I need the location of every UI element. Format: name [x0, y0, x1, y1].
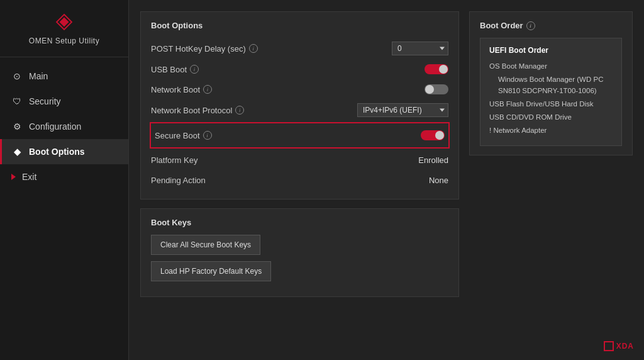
secure-boot-highlight: Secure Boot i	[150, 122, 450, 149]
post-hotkey-info-icon[interactable]: i	[249, 44, 258, 53]
sidebar-item-security[interactable]: 🛡 Security	[0, 89, 128, 114]
shield-icon: 🛡	[11, 96, 23, 106]
xda-box-icon	[604, 341, 614, 351]
sidebar: OMEN Setup Utility ⊙ Main 🛡 Security ⚙ C…	[0, 0, 129, 360]
sidebar-item-label-boot-options: Boot Options	[29, 147, 85, 157]
boot-keys-title: Boot Keys	[151, 218, 448, 227]
sidebar-item-configuration[interactable]: ⚙ Configuration	[0, 114, 128, 139]
usb-boot-toggle[interactable]	[425, 64, 448, 74]
usb-boot-info-icon[interactable]: i	[190, 65, 199, 74]
sidebar-item-label-main: Main	[29, 71, 48, 81]
left-panels: Boot Options POST HotKey Delay (sec) i 0…	[140, 11, 459, 349]
sidebar-title: OMEN Setup Utility	[29, 37, 99, 45]
secure-boot-toggle[interactable]	[421, 130, 445, 140]
boot-list-item-windows: Windows Boot Manager (WD PC SN810 SDCPNR…	[489, 73, 613, 98]
sidebar-item-label-configuration: Configuration	[29, 121, 81, 132]
xda-label: XDA	[616, 342, 634, 351]
secure-boot-info-icon[interactable]: i	[203, 131, 212, 140]
boot-order-panel: Boot Order i UEFI Boot Order OS Boot Man…	[469, 11, 633, 155]
arrow-right-icon	[11, 174, 16, 180]
clear-keys-button[interactable]: Clear All Secure Boot Keys	[151, 235, 260, 255]
row-usb-boot: USB Boot i	[151, 59, 448, 79]
network-boot-label: Network Boot	[151, 85, 200, 94]
boot-keys-panel: Boot Keys Clear All Secure Boot Keys Loa…	[140, 208, 459, 297]
row-network-boot-protocol: Network Boot Protocol i IPv4+IPv6 (UEFI)…	[151, 99, 448, 121]
row-secure-boot: Secure Boot i	[155, 125, 445, 145]
row-platform-key: Platform Key Enrolled	[151, 150, 448, 170]
sidebar-item-label-security: Security	[29, 96, 61, 106]
boot-options-title: Boot Options	[151, 21, 448, 30]
gear-icon: ⚙	[11, 121, 23, 132]
post-hotkey-dropdown-wrapper: 0 5 10 15 20	[392, 42, 448, 55]
boot-list-item-os-boot: OS Boot Manager	[489, 60, 613, 73]
pending-action-label: Pending Action	[151, 176, 206, 185]
omen-logo-icon	[55, 13, 74, 31]
row-network-boot: Network Boot i	[151, 79, 448, 99]
usb-boot-label: USB Boot	[151, 65, 187, 74]
network-boot-protocol-info-icon[interactable]: i	[235, 106, 244, 115]
sidebar-item-boot-options[interactable]: ◆ Boot Options	[0, 139, 128, 164]
network-boot-protocol-dropdown-wrapper: IPv4+IPv6 (UEFI) IPv4 only IPv6 only	[357, 103, 448, 117]
platform-key-value: Enrolled	[418, 155, 448, 165]
home-icon: ⊙	[11, 71, 23, 81]
post-hotkey-dropdown[interactable]: 0 5 10 15 20	[392, 42, 448, 55]
boot-list-item-network-adapter: ! Network Adapter	[489, 124, 613, 137]
diamond-icon: ◆	[11, 147, 23, 157]
load-default-keys-button[interactable]: Load HP Factory Default Keys	[151, 261, 271, 281]
secure-boot-label: Secure Boot	[155, 131, 200, 140]
row-pending-action: Pending Action None	[151, 170, 448, 190]
boot-list-header: UEFI Boot Order	[489, 46, 613, 55]
boot-order-info-icon[interactable]: i	[526, 21, 535, 30]
boot-order-title-text: Boot Order	[480, 21, 523, 30]
network-boot-toggle[interactable]	[425, 84, 448, 94]
network-boot-info-icon[interactable]: i	[203, 85, 212, 94]
svg-marker-1	[60, 18, 69, 27]
post-hotkey-label: POST HotKey Delay (sec)	[151, 44, 246, 53]
network-boot-protocol-label: Network Boot Protocol	[151, 106, 232, 115]
sidebar-item-main[interactable]: ⊙ Main	[0, 64, 128, 89]
main-content: Boot Options POST HotKey Delay (sec) i 0…	[129, 0, 644, 360]
sidebar-logo: OMEN Setup Utility	[0, 0, 128, 57]
pending-action-value: None	[429, 176, 448, 185]
boot-list-item-usb-flash: USB Flash Drive/USB Hard Disk	[489, 98, 613, 111]
network-boot-protocol-dropdown[interactable]: IPv4+IPv6 (UEFI) IPv4 only IPv6 only	[357, 103, 448, 117]
platform-key-label: Platform Key	[151, 155, 197, 165]
sidebar-nav: ⊙ Main 🛡 Security ⚙ Configuration ◆ Boot…	[0, 57, 128, 189]
row-post-hotkey: POST HotKey Delay (sec) i 0 5 10 15 20	[151, 38, 448, 59]
sidebar-item-exit[interactable]: Exit	[0, 164, 128, 189]
sidebar-item-label-exit: Exit	[22, 172, 36, 182]
boot-options-panel: Boot Options POST HotKey Delay (sec) i 0…	[140, 11, 459, 200]
boot-order-list: UEFI Boot Order OS Boot Manager Windows …	[480, 38, 622, 146]
boot-list-item-usb-cdrom: USB CD/DVD ROM Drive	[489, 111, 613, 124]
xda-logo: XDA	[604, 341, 634, 351]
